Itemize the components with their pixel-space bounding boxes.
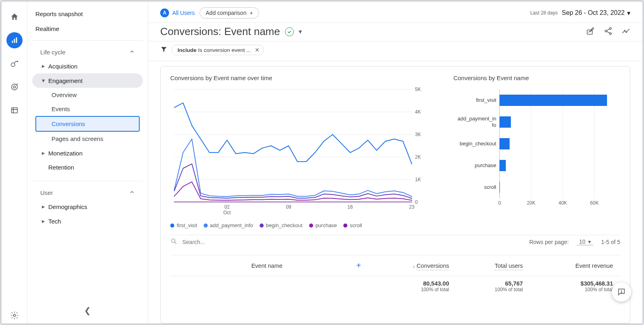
sidebar-item-acquisition[interactable]: ▸ Acquisition bbox=[32, 59, 143, 73]
legend-item[interactable]: begin_checkout bbox=[260, 222, 303, 228]
svg-text:60K: 60K bbox=[590, 200, 599, 206]
report-card: Conversions by Event name over time 01K2… bbox=[160, 66, 630, 323]
reports-icon[interactable] bbox=[6, 32, 23, 48]
totals-revenue: $305,468.31 bbox=[537, 280, 613, 287]
sidebar-item-demographics[interactable]: ▸ Demographics bbox=[32, 199, 143, 214]
pagination-range: 1-5 of 5 bbox=[601, 239, 620, 245]
svg-text:09: 09 bbox=[286, 204, 291, 210]
totals-conversions: 80,543.00 bbox=[376, 280, 449, 287]
arrow-right-icon: ▸ bbox=[41, 149, 46, 157]
sidebar-item-label: Acquisition bbox=[48, 63, 78, 70]
sidebar-item-tech[interactable]: ▸ Tech bbox=[32, 214, 143, 228]
toolbar: A All Users Add comparison + Last 28 day… bbox=[148, 2, 642, 23]
table-totals-row: 80,543.00100% of total 65,767100% of tot… bbox=[170, 276, 620, 297]
collapse-sidebar-icon[interactable]: ❮ bbox=[84, 306, 91, 315]
sidebar-item-monetization[interactable]: ▸ Monetization bbox=[32, 146, 143, 160]
line-chart: 01K2K3K4K5K02091623Oct bbox=[170, 85, 428, 218]
th-event-name[interactable]: Event name + bbox=[170, 255, 368, 276]
svg-rect-48 bbox=[500, 138, 510, 149]
legend-item[interactable]: add_payment_info bbox=[204, 222, 253, 228]
add-comparison-button[interactable]: Add comparison + bbox=[200, 7, 259, 19]
totals-users: 65,767 bbox=[464, 280, 523, 287]
svg-point-14 bbox=[624, 30, 625, 31]
svg-text:1K: 1K bbox=[415, 177, 421, 182]
legend-item[interactable]: first_visit bbox=[170, 222, 197, 228]
chevron-up-icon bbox=[129, 189, 135, 196]
svg-text:scroll: scroll bbox=[484, 184, 496, 190]
svg-text:02: 02 bbox=[224, 204, 230, 210]
customize-report-icon[interactable] bbox=[586, 27, 595, 37]
sidebar-item-pages-screens[interactable]: Pages and screens bbox=[32, 132, 143, 146]
svg-rect-43 bbox=[500, 95, 607, 106]
app-root: Reports snapshot Realtime Life cycle ▸ A… bbox=[0, 0, 644, 325]
sidebar-group-user[interactable]: User bbox=[32, 186, 143, 199]
arrow-dropdown-icon[interactable]: ▾ bbox=[299, 28, 302, 35]
date-range-picker[interactable]: Sep 26 - Oct 23, 2022 ▾ bbox=[561, 9, 630, 17]
svg-rect-4 bbox=[11, 108, 17, 113]
configure-icon[interactable] bbox=[6, 102, 23, 118]
svg-point-57 bbox=[621, 292, 621, 293]
svg-point-3 bbox=[13, 86, 16, 88]
svg-text:20K: 20K bbox=[527, 200, 535, 206]
svg-rect-45 bbox=[500, 116, 511, 128]
sidebar-group-label: User bbox=[40, 189, 53, 196]
sidebar-item-retention[interactable]: Retention bbox=[32, 160, 143, 174]
arrow-right-icon: ▸ bbox=[41, 217, 46, 225]
th-conversions[interactable]: ↓Conversions bbox=[368, 255, 456, 276]
sidebar-group-label: Life cycle bbox=[40, 49, 66, 56]
check-badge-icon[interactable] bbox=[285, 27, 294, 36]
share-icon[interactable] bbox=[604, 27, 613, 37]
filter-row: Include Is conversion event ... ✕ bbox=[148, 41, 642, 61]
settings-icon[interactable] bbox=[6, 307, 23, 323]
add-dimension-button[interactable]: + bbox=[356, 261, 361, 270]
svg-point-1 bbox=[17, 61, 18, 62]
main-content: A All Users Add comparison + Last 28 day… bbox=[148, 2, 642, 323]
sidebar-item-label: Demographics bbox=[48, 203, 87, 210]
segment-chip[interactable]: A All Users bbox=[160, 8, 195, 17]
legend-item[interactable]: scroll bbox=[343, 222, 362, 228]
explore-icon[interactable] bbox=[6, 56, 23, 72]
advertising-icon[interactable] bbox=[6, 79, 23, 95]
th-event-revenue[interactable]: Event revenue bbox=[530, 255, 620, 276]
rows-per-page-value: 10 bbox=[579, 238, 586, 245]
search-input[interactable] bbox=[182, 239, 263, 245]
sidebar-item-conversions[interactable]: Conversions bbox=[35, 116, 140, 132]
svg-text:5K: 5K bbox=[415, 87, 421, 92]
sidebar-item-overview[interactable]: Overview bbox=[32, 88, 143, 102]
sidebar-reports-snapshot[interactable]: Reports snapshot bbox=[27, 6, 148, 21]
arrow-dropdown-icon: ▾ bbox=[588, 238, 591, 245]
data-table: Event name + ↓Conversions Total users Ev… bbox=[170, 255, 620, 296]
sidebar-group-lifecycle[interactable]: Life cycle bbox=[32, 46, 143, 59]
add-comparison-label: Add comparison bbox=[206, 10, 246, 16]
sidebar-item-label: Monetization bbox=[48, 150, 83, 157]
filter-chip[interactable]: Include Is conversion event ... ✕ bbox=[171, 45, 264, 55]
svg-text:first_visit: first_visit bbox=[476, 97, 497, 103]
svg-text:fo: fo bbox=[492, 122, 497, 128]
filter-icon[interactable] bbox=[160, 46, 167, 54]
sidebar-item-engagement[interactable]: ▾ Engagement bbox=[32, 73, 143, 88]
sidebar-item-events[interactable]: Events bbox=[32, 102, 143, 116]
svg-text:0: 0 bbox=[415, 199, 418, 205]
svg-line-13 bbox=[607, 31, 609, 33]
th-total-users[interactable]: Total users bbox=[456, 255, 530, 276]
svg-text:16: 16 bbox=[347, 204, 353, 210]
home-icon[interactable] bbox=[6, 9, 23, 25]
chevron-up-icon bbox=[129, 49, 135, 56]
sidebar-item-label: Engagement bbox=[48, 77, 83, 84]
feedback-button[interactable] bbox=[612, 282, 631, 302]
insights-icon[interactable] bbox=[621, 27, 630, 37]
svg-line-12 bbox=[607, 29, 609, 31]
close-icon[interactable]: ✕ bbox=[255, 47, 260, 53]
arrow-right-icon: ▸ bbox=[41, 203, 46, 210]
sidebar-item-label: Tech bbox=[48, 218, 61, 225]
sidebar-item-label: Retention bbox=[48, 164, 74, 171]
svg-point-0 bbox=[11, 63, 14, 66]
svg-text:4K: 4K bbox=[415, 109, 421, 115]
table-controls: Rows per page: 10 ▾ 1-5 of 5 bbox=[170, 235, 620, 248]
line-chart-title: Conversions by Event name over time bbox=[170, 75, 437, 81]
sidebar-realtime[interactable]: Realtime bbox=[27, 21, 148, 36]
rows-per-page-select[interactable]: 10 ▾ bbox=[577, 238, 593, 245]
legend-item[interactable]: purchase bbox=[309, 222, 337, 228]
svg-text:40K: 40K bbox=[559, 200, 567, 206]
date-mode-label: Last 28 days bbox=[530, 10, 557, 16]
